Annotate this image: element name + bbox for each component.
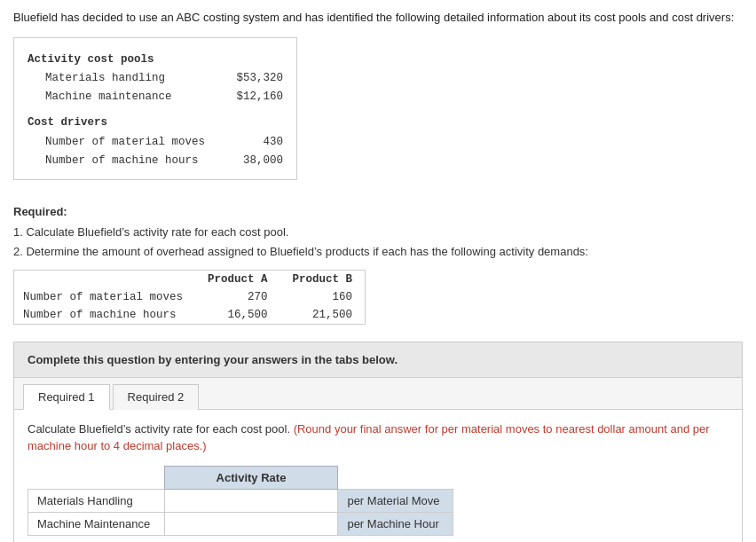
tab-required2[interactable]: Required 2 [113, 384, 200, 410]
intro-text: Bluefield has decided to use an ABC cost… [13, 9, 743, 27]
material-moves-label: Number of material moves [45, 133, 205, 152]
activity-rate-table: Activity Rate Materials Handling per Mat… [28, 466, 453, 536]
machine-hours-value: 38,000 [243, 152, 283, 170]
demand-row1-b: 160 [280, 288, 366, 306]
table-row: Materials Handling per Material Move [28, 489, 453, 512]
tab-required1[interactable]: Required 1 [23, 384, 110, 410]
demand-row2-label: Number of machine hours [14, 306, 195, 324]
materials-handling-value: $53,320 [236, 69, 283, 88]
machine-maintenance-input-cell[interactable] [164, 512, 338, 535]
demand-row1-a: 270 [195, 288, 280, 306]
product-b-header: Product B [280, 271, 366, 288]
demand-row2-b: 21,500 [280, 306, 366, 324]
machine-maintenance-unit: per Machine Hour [338, 512, 453, 535]
required-heading: Required: [13, 205, 67, 218]
materials-handling-label: Materials handling [45, 69, 165, 88]
demand-row2-a: 16,500 [195, 306, 280, 324]
material-moves-value: 430 [263, 133, 283, 152]
materials-handling-input-cell[interactable] [164, 489, 338, 512]
tab1-instruction: Calculate Bluefield’s activity rate for … [28, 420, 728, 455]
machine-maintenance-value: $12,160 [236, 88, 283, 106]
machine-maintenance-input[interactable] [165, 513, 338, 535]
activity-rate-header: Activity Rate [164, 466, 338, 489]
demand-row1-label: Number of material moves [14, 288, 195, 306]
complete-box: Complete this question by entering your … [13, 342, 743, 378]
machine-hours-label: Number of machine hours [45, 152, 199, 170]
product-a-header: Product A [195, 271, 280, 288]
materials-handling-unit: per Material Move [338, 489, 453, 512]
cost-drivers-label: Cost drivers [28, 114, 283, 132]
materials-handling-input[interactable] [165, 490, 338, 512]
table-row: Machine Maintenance per Machine Hour [28, 512, 453, 535]
activity-cost-pools-label: Activity cost pools [28, 51, 283, 69]
required-item1: 1. Calculate Bluefield’s activity rate f… [13, 224, 743, 241]
tab1-content: Calculate Bluefield’s activity rate for … [14, 410, 742, 543]
machine-maintenance-label: Machine maintenance [45, 88, 172, 106]
materials-handling-row-label: Materials Handling [28, 489, 165, 512]
machine-maintenance-row-label: Machine Maintenance [28, 512, 165, 535]
required-item2: 2. Determine the amount of overhead assi… [13, 243, 743, 261]
